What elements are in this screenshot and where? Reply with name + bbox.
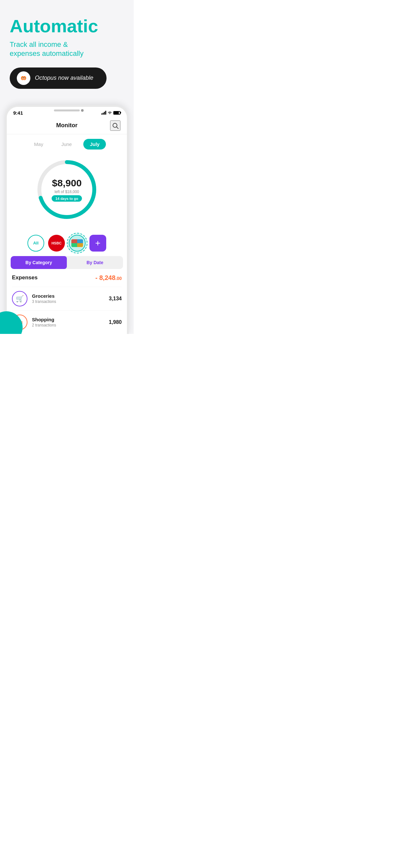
octopus-banner-text: Octopus now available bbox=[35, 74, 93, 82]
shopping-transactions: 2 transactions bbox=[32, 323, 109, 328]
expenses-section: Expenses - 8,248.00 🛒 Groceries 3 transa… bbox=[7, 269, 127, 334]
toggle-by-date[interactable]: By Date bbox=[67, 256, 123, 269]
card-quadrant-3 bbox=[71, 243, 77, 247]
app-header: Monitor bbox=[7, 117, 127, 134]
groceries-amount: 3,134 bbox=[109, 296, 122, 302]
toggle-by-category[interactable]: By Category bbox=[11, 256, 67, 269]
wifi-icon bbox=[107, 111, 112, 115]
shopping-name: Shopping bbox=[32, 317, 109, 322]
shopping-amount: 1,980 bbox=[109, 319, 122, 325]
hero-section: Automatic Track all income & expenses au… bbox=[0, 0, 134, 105]
hero-subtitle: Track all income & expenses automaticall… bbox=[10, 40, 100, 58]
app-title: Monitor bbox=[24, 122, 110, 129]
page-wrapper: Automatic Track all income & expenses au… bbox=[0, 0, 134, 334]
status-notch bbox=[54, 110, 80, 112]
filter-multicolor-button[interactable] bbox=[69, 235, 86, 252]
groceries-icon: 🛒 bbox=[12, 291, 27, 306]
category-item-shopping[interactable]: 🛍 Shopping 2 transactions 1,980 bbox=[12, 310, 122, 334]
svg-line-4 bbox=[117, 127, 118, 128]
signal-bar-3 bbox=[104, 112, 105, 115]
card-quadrant-4 bbox=[77, 243, 83, 247]
signal-bar-2 bbox=[103, 113, 104, 115]
filter-hsbc-button[interactable]: HSBC bbox=[48, 235, 65, 252]
card-quadrant-2 bbox=[77, 239, 83, 243]
search-button[interactable] bbox=[110, 120, 120, 131]
card-quadrant-1 bbox=[71, 239, 77, 243]
budget-section: $8,900 left of $18,000 14 days to go bbox=[7, 154, 127, 231]
expenses-label: Expenses bbox=[12, 275, 37, 281]
signal-icon bbox=[101, 111, 106, 115]
groceries-info: Groceries 3 transactions bbox=[32, 293, 109, 304]
account-filters: All HSBC + bbox=[7, 231, 127, 256]
phone-mockup: 9:41 bbox=[5, 105, 129, 334]
ring-center: $8,900 left of $18,000 14 days to go bbox=[52, 177, 82, 202]
month-tabs: May June July bbox=[7, 134, 127, 154]
expenses-total: - 8,248.00 bbox=[95, 274, 122, 282]
category-item-groceries[interactable]: 🛒 Groceries 3 transactions 3,134 bbox=[12, 287, 122, 310]
budget-label: left of $18,000 bbox=[52, 189, 82, 194]
octopus-logo-icon bbox=[19, 73, 28, 83]
multi-color-card bbox=[71, 239, 83, 247]
status-time: 9:41 bbox=[13, 110, 23, 116]
groceries-name: Groceries bbox=[32, 293, 109, 299]
octopus-logo bbox=[17, 71, 30, 85]
tab-july[interactable]: July bbox=[83, 139, 106, 150]
svg-point-0 bbox=[19, 74, 27, 82]
expenses-header: Expenses - 8,248.00 bbox=[12, 274, 122, 282]
tab-may[interactable]: May bbox=[28, 139, 50, 150]
signal-bar-1 bbox=[101, 113, 102, 115]
filter-multicolor-wrapper bbox=[69, 235, 86, 252]
battery-fill bbox=[114, 112, 119, 114]
expenses-total-main: - 8,248 bbox=[95, 274, 115, 281]
view-toggle: By Category By Date bbox=[11, 256, 123, 269]
expenses-total-cents: .00 bbox=[116, 276, 122, 281]
groceries-transactions: 3 transactions bbox=[32, 299, 109, 304]
status-icons bbox=[101, 111, 120, 115]
status-notch-dot bbox=[81, 109, 84, 112]
budget-ring-container: $8,900 left of $18,000 14 days to go bbox=[35, 157, 99, 222]
octopus-banner[interactable]: Octopus now available bbox=[10, 67, 106, 89]
add-account-button[interactable]: + bbox=[89, 235, 106, 252]
shopping-info: Shopping 2 transactions bbox=[32, 317, 109, 328]
signal-bar-4 bbox=[105, 111, 106, 115]
search-icon bbox=[112, 122, 119, 129]
tab-june[interactable]: June bbox=[55, 139, 79, 150]
hero-title: Automatic bbox=[10, 16, 124, 36]
battery-icon bbox=[113, 111, 120, 115]
budget-amount: $8,900 bbox=[52, 177, 82, 188]
status-bar: 9:41 bbox=[7, 107, 127, 117]
filter-all-button[interactable]: All bbox=[27, 235, 44, 252]
days-badge: 14 days to go bbox=[52, 195, 82, 202]
